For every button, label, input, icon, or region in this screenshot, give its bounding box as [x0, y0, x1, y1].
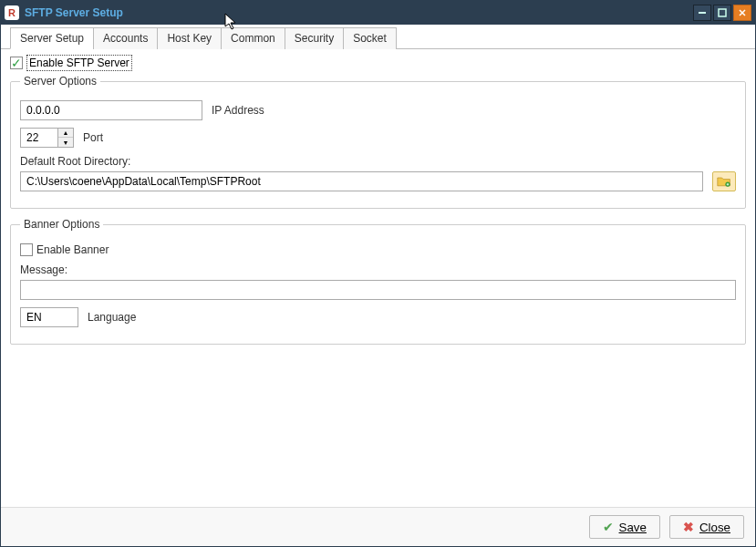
window-root: R SFTP Server Setup Server Setup Account… [0, 0, 756, 547]
message-label: Message: [20, 263, 67, 276]
window-title: SFTP Server Setup [25, 6, 693, 19]
language-label: Language [88, 311, 136, 324]
content-area: Server Setup Accounts Host Key Common Se… [1, 25, 755, 546]
ip-address-label: IP Address [212, 104, 264, 117]
enable-banner-label: Enable Banner [36, 243, 109, 256]
message-input[interactable] [20, 280, 736, 300]
tab-bar: Server Setup Accounts Host Key Common Se… [1, 26, 755, 49]
tab-socket[interactable]: Socket [343, 27, 397, 49]
app-icon: R [5, 5, 19, 20]
server-options-legend: Server Options [20, 75, 100, 88]
enable-banner-row[interactable]: ✓ Enable Banner [20, 243, 109, 256]
browse-folder-button[interactable] [712, 171, 736, 191]
banner-options-legend: Banner Options [20, 218, 103, 231]
minimize-button[interactable] [693, 5, 711, 21]
maximize-icon [718, 8, 727, 17]
tab-server-setup[interactable]: Server Setup [10, 27, 94, 49]
close-window-button[interactable] [733, 5, 751, 21]
svg-rect-1 [719, 9, 726, 16]
language-input[interactable] [20, 307, 78, 327]
maximize-button[interactable] [713, 5, 731, 21]
svg-rect-0 [699, 12, 706, 14]
port-input[interactable] [21, 129, 57, 147]
enable-banner-checkbox[interactable]: ✓ [20, 243, 33, 256]
tab-accounts[interactable]: Accounts [93, 27, 158, 49]
tab-panel-server-setup: ✓ Enable SFTP Server Server Options IP A… [1, 49, 755, 507]
close-icon [738, 8, 747, 17]
port-label: Port [83, 131, 103, 144]
tab-host-key[interactable]: Host Key [157, 27, 222, 49]
titlebar[interactable]: R SFTP Server Setup [1, 1, 755, 25]
close-button-label: Close [699, 521, 730, 534]
window-controls [693, 5, 751, 21]
enable-sftp-checkbox[interactable]: ✓ [10, 57, 23, 69]
root-dir-label: Default Root Directory: [20, 155, 130, 168]
minimize-icon [698, 8, 707, 17]
port-up-button[interactable]: ▲ [58, 129, 73, 138]
tab-security[interactable]: Security [285, 27, 344, 49]
tab-common[interactable]: Common [221, 27, 285, 49]
close-button[interactable]: ✖ Close [669, 515, 744, 539]
server-options-group: Server Options IP Address ▲ ▼ Port [10, 75, 746, 209]
x-icon: ✖ [683, 520, 694, 534]
root-dir-input[interactable] [20, 171, 703, 191]
save-button[interactable]: ✔ Save [589, 515, 660, 539]
port-down-button[interactable]: ▼ [58, 138, 73, 147]
footer: ✔ Save ✖ Close [1, 507, 755, 546]
banner-options-group: Banner Options ✓ Enable Banner Message: … [10, 218, 746, 345]
folder-icon [717, 175, 731, 188]
check-icon: ✔ [603, 520, 614, 534]
port-spinner[interactable]: ▲ ▼ [20, 128, 74, 148]
save-button-label: Save [619, 521, 647, 534]
enable-sftp-row[interactable]: ✓ Enable SFTP Server [10, 55, 746, 71]
enable-sftp-label: Enable SFTP Server [26, 55, 132, 71]
ip-address-input[interactable] [20, 100, 202, 120]
